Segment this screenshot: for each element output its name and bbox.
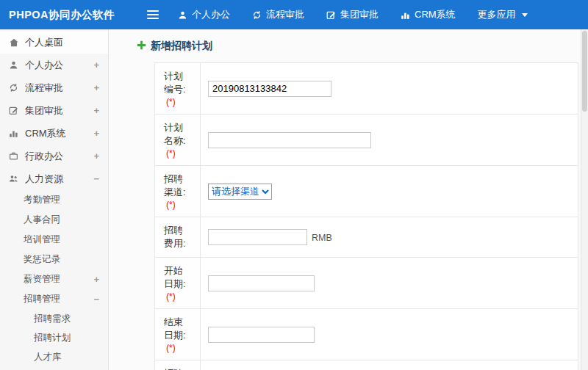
channel-select[interactable]: 请选择渠道 [208,184,272,200]
nav-workflow-approval[interactable]: 流程审批 [252,8,304,21]
bar-chart-icon [401,10,410,20]
sidebar-item-workflow-approval[interactable]: 流程审批 + [0,76,108,99]
sidebar-item-personal-office[interactable]: 个人办公 + [0,54,108,76]
menu-icon[interactable] [146,5,160,24]
home-icon [9,37,25,48]
person-icon [9,60,25,70]
recruitment-plan-form: 计划编号:(*) 计划名称:(*) 招聘渠道:(*) 请选择渠道 招聘费用: R… [154,62,578,370]
end-date-input[interactable] [208,327,315,343]
add-icon [137,40,146,52]
table-row: 招聘人数:(*) 人 [155,360,578,370]
top-navigation: 个人办公 流程审批 集团审批 CRM系统 更多应用 [178,8,528,21]
cost-input[interactable] [208,229,307,245]
sidebar-item-hr-contract[interactable]: 人事合同 [0,210,108,230]
nav-group-approval[interactable]: 集团审批 [326,8,379,21]
field-label-end-date: 结束日期:(*) [155,309,201,360]
sidebar-item-rewards[interactable]: 奖惩记录 [0,250,108,269]
nav-crm-system[interactable]: CRM系统 [401,8,456,21]
flow-icon [252,10,262,20]
plan-name-input[interactable] [208,132,371,148]
sidebar-item-recruitment[interactable]: 招聘管理− [0,289,108,309]
sidebar-item-talent-pool[interactable]: 人才库 [0,347,108,366]
main-content: 新增招聘计划 计划编号:(*) 计划名称:(*) 招聘渠道:(*) 请选择渠道 … [109,29,588,370]
sidebar-item-attendance[interactable]: 考勤管理 [0,190,108,210]
nav-more-apps[interactable]: 更多应用 [478,8,528,21]
sidebar-item-crm-system[interactable]: CRM系统 + [0,122,108,145]
sidebar-item-recruitment-plan[interactable]: 招聘计划 [0,328,108,347]
chevron-down-icon [522,13,528,17]
sidebar-item-training[interactable]: 培训管理 [0,230,108,250]
table-row: 招聘渠道:(*) 请选择渠道 [155,166,578,217]
field-label-start-date: 开始日期:(*) [155,258,201,309]
briefcase-icon [9,151,25,161]
edit-icon [326,10,336,20]
sidebar-item-salary[interactable]: 薪资管理+ [0,269,108,289]
users-icon [9,174,25,184]
sidebar-item-desktop[interactable]: 个人桌面 [0,31,108,54]
table-row: 招聘费用: RMB [155,217,578,258]
nav-personal-office[interactable]: 个人办公 [178,8,230,21]
table-row: 结束日期:(*) [155,309,578,360]
field-label-headcount: 招聘人数:(*) [155,360,201,370]
bar-chart-icon [9,128,25,138]
sidebar-item-human-resources[interactable]: 人力资源 − [0,167,108,190]
page-title: 新增招聘计划 [137,40,588,53]
start-date-input[interactable] [208,275,315,291]
flow-icon [9,83,25,92]
app-title: PHPOA协同办公软件 [0,8,129,22]
field-label-channel: 招聘渠道:(*) [155,166,201,217]
edit-icon [9,106,25,115]
table-row: 开始日期:(*) [155,258,578,309]
sidebar-item-recruitment-demand[interactable]: 招聘需求 [0,309,108,328]
person-icon [178,10,187,20]
currency-suffix: RMB [312,233,332,243]
scrollbar[interactable] [581,29,588,370]
plan-number-input[interactable] [208,81,331,97]
table-row: 计划名称:(*) [155,115,578,166]
field-label-cost: 招聘费用: [155,217,201,258]
scrollbar-thumb[interactable] [582,31,587,112]
field-label-plan-name: 计划名称:(*) [155,115,201,166]
sidebar: 个人桌面 个人办公 + 流程审批 + 集团审批 + CRM系统 + 行政办公 + [0,29,109,370]
table-row: 计划编号:(*) [155,63,578,115]
sidebar-item-admin-office[interactable]: 行政办公 + [0,145,108,167]
sidebar-item-group-approval[interactable]: 集团审批 + [0,99,108,122]
topbar: PHPOA协同办公软件 个人办公 流程审批 集团审批 CRM系统 更多应用 [0,0,588,29]
field-label-plan-number: 计划编号:(*) [155,63,201,115]
